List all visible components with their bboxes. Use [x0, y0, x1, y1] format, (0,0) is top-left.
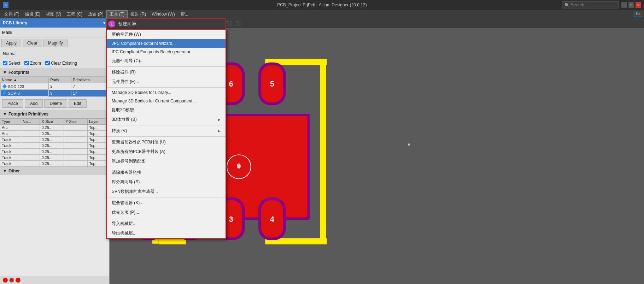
menu-extract-3d[interactable]: 提取3D模型...	[107, 105, 226, 115]
pcol-layer[interactable]: Layer	[87, 118, 109, 124]
menu-new-component[interactable]: 新的空元件 (W)	[107, 30, 226, 39]
prim-row[interactable]: Track0.25...Top...	[0, 136, 109, 142]
menu-file[interactable]: 文件 (F)	[1, 11, 22, 18]
zoom-checkbox[interactable]	[24, 61, 29, 65]
row-primitives: 7	[71, 83, 109, 90]
menu-component-props[interactable]: 元件属性 (E)...	[107, 77, 226, 87]
left-panel: PCB Library ▼ Mask Apply Clear Magnify N…	[0, 18, 110, 284]
place-button[interactable]: Place	[2, 99, 23, 108]
row-pads: 9	[49, 90, 71, 96]
col-primitives[interactable]: Primitives	[71, 77, 109, 83]
minimize-button[interactable]: ─	[621, 2, 627, 8]
prim-row[interactable]: Track0.25...Top...	[0, 142, 109, 148]
pcol-type[interactable]: Type	[0, 118, 21, 124]
window-title: PCB_Project.PrjPcb - Altium Designer (20…	[277, 2, 367, 7]
row-primitives: 17	[71, 90, 109, 96]
svg-text:5: 5	[270, 80, 274, 88]
menu-manage-3d-comp[interactable]: Manage 3D Bodies for Current Component..…	[107, 97, 226, 105]
menu-lib-split[interactable]: 库分离向导 (S)...	[107, 177, 226, 187]
menu-export-mech[interactable]: 导出机械层...	[107, 229, 226, 238]
prim-row[interactable]: Arc0.25...Top...	[0, 124, 109, 130]
svg-point-37	[408, 143, 410, 146]
menu-edit[interactable]: 编辑 (E)	[22, 11, 43, 18]
search-box[interactable]: 🔍 Search	[562, 1, 619, 8]
table-row[interactable]: 🔷 SOP-8 9 17	[0, 90, 109, 96]
footprint-primitives-header: ▼ Footprint Primitives	[0, 110, 109, 118]
prim-row[interactable]: Track0.25...Top...	[0, 154, 109, 160]
edit-button[interactable]: Edit	[69, 99, 87, 108]
tools-dropdown: 新的空元件 (W) JPC Compliant Footprint Wizard…	[106, 29, 226, 239]
menu-report[interactable]: 报告 (R)	[128, 11, 149, 18]
apply-button[interactable]: Apply	[1, 39, 21, 47]
normal-row: Normal	[0, 49, 109, 58]
main-area: PCB Library ▼ Mask Apply Clear Magnify N…	[0, 18, 644, 284]
menu-update-current-pcb[interactable]: 更新当前器件的PCB封装 (U)	[107, 137, 226, 147]
primitives-table: Type Na... X-Size Y-Size Layer Arc0.25..…	[0, 118, 109, 167]
menu-ipc-batch[interactable]: IPC Compliant Footprints Batch generator…	[107, 48, 226, 56]
pcb-library-label: PCB Library	[3, 20, 27, 25]
menu-component-wizard[interactable]: 元器件向导 (C)...	[107, 56, 226, 66]
menu-remove-device[interactable]: 移除器件 (R)	[107, 67, 226, 77]
other-label: Other	[8, 168, 20, 173]
menu-view[interactable]: 视图 (V)	[43, 11, 64, 18]
close-button[interactable]: ✕	[636, 2, 641, 8]
menu-svn-gen[interactable]: SVN数据库的库生成器...	[107, 187, 226, 196]
divider-7	[107, 218, 226, 218]
divider-6	[107, 197, 226, 197]
checkboxes-row: Select Zoom Clear Existing	[0, 58, 109, 68]
menu-window[interactable]: Window (W)	[149, 11, 177, 17]
select-checkbox[interactable]	[3, 61, 7, 65]
pcol-xsize[interactable]: X-Size	[40, 118, 64, 124]
drc-icon[interactable]: ⬛	[226, 19, 233, 27]
color-bar	[0, 276, 109, 284]
menu-preferences[interactable]: 优先选项 (P)...	[107, 208, 226, 217]
pcol-name[interactable]: Na...	[21, 118, 40, 124]
config-icon[interactable]: ⬛	[235, 19, 242, 27]
menu-project[interactable]: 工程 (C)	[64, 11, 85, 18]
menu-import-mech[interactable]: 导入机械层...	[107, 219, 226, 229]
menu-ipc-wizard[interactable]: JPC Compliant Footprint Wizard...	[107, 39, 226, 48]
clear-existing-checkbox[interactable]	[45, 61, 50, 65]
divider-3	[107, 125, 226, 125]
color-red	[3, 278, 8, 283]
menu-layer-stack[interactable]: 层叠管理器 (K)...	[107, 198, 226, 208]
prim-row[interactable]: Arc0.25...Top...	[0, 130, 109, 136]
mask-label: Mask	[2, 30, 12, 35]
pcol-ysize[interactable]: Y-Size	[64, 118, 87, 124]
button-row: Apply Clear Magnify	[0, 37, 109, 49]
tools-menu-top: 1 创建向导	[106, 18, 226, 29]
delete-button[interactable]: Delete	[44, 99, 67, 108]
svg-text:6: 6	[229, 80, 233, 88]
menu-place[interactable]: 放置 (P)	[85, 11, 106, 18]
bottom-buttons: Place Add Delete Edit	[0, 97, 109, 110]
wizard-label: 创建向导	[117, 19, 138, 29]
prim-row[interactable]: Track0.25...Top...	[0, 160, 109, 166]
menu-update-all-pcb[interactable]: 更新所有的PCB器件封装 (A)	[107, 147, 226, 156]
magnify-button[interactable]: Magnify	[43, 39, 68, 47]
maximize-button[interactable]: □	[628, 2, 634, 8]
row-pads: 2	[49, 83, 71, 90]
col-pads[interactable]: Pads	[49, 77, 71, 83]
menu-add-designator[interactable]: 添加标号到装配图	[107, 156, 226, 166]
prim-row[interactable]: Track0.25...Top...	[0, 148, 109, 154]
divider-1	[107, 66, 226, 67]
menu-manage-3d-lib[interactable]: Manage 3D Bodies for Library...	[107, 88, 226, 97]
add-button[interactable]: Add	[25, 99, 43, 108]
menu-convert[interactable]: 转换 (V) ▶	[107, 126, 226, 136]
normal-label: Normal	[3, 51, 17, 56]
menu-tools[interactable]: 工具 (T)	[106, 10, 128, 18]
zoom-checkbox-label[interactable]: Zoom	[24, 61, 41, 66]
clear-button[interactable]: Clear	[23, 39, 42, 47]
col-name[interactable]: Name ▲	[0, 77, 49, 83]
search-label: Search	[571, 2, 584, 7]
menu-clear-server[interactable]: 清除服务器链接	[107, 168, 226, 177]
menu-3d-place[interactable]: 3D体放置 (B) ▶	[107, 115, 226, 124]
table-row[interactable]: 🔷 SOD-123 2 7	[0, 83, 109, 90]
color-red2	[9, 278, 14, 283]
menu-help[interactable]: 帮...	[178, 11, 191, 18]
pcb-library-header: PCB Library ▼	[0, 18, 109, 28]
select-checkbox-label[interactable]: Select	[3, 61, 20, 66]
menu-bar: 文件 (F) 编辑 (E) 视图 (V) 工程 (C) 放置 (P) 工具 (T…	[0, 10, 644, 18]
lib-tab[interactable]: lib	[633, 11, 643, 17]
clear-existing-checkbox-label[interactable]: Clear Existing	[45, 61, 77, 66]
